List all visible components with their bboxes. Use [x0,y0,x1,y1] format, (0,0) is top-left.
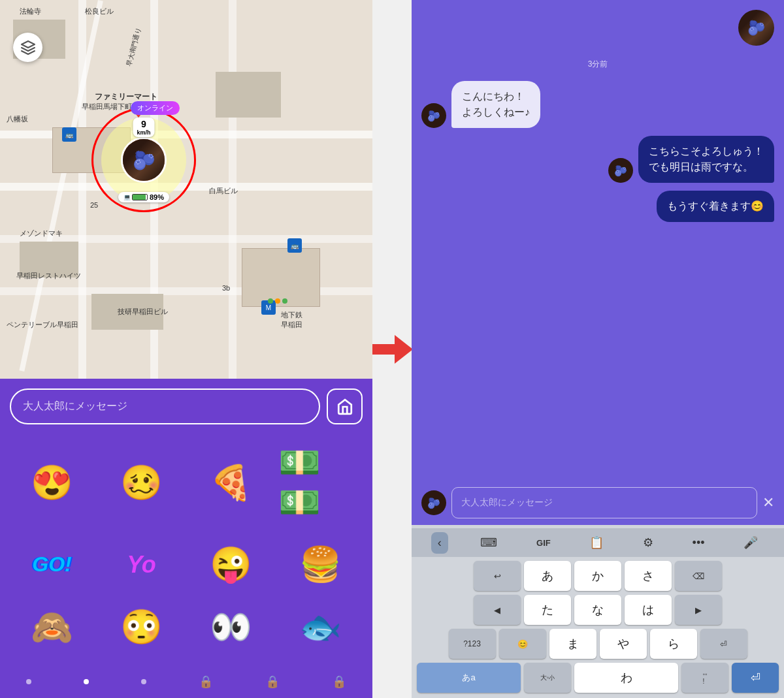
kb-btn-back[interactable]: ‹ [431,532,448,554]
key-numbers[interactable]: ?123 [449,629,496,659]
sticker-eyes[interactable]: 👀 [189,599,273,656]
nav-icon-lock: 🔒 [199,674,213,689]
share-button[interactable] [327,389,363,424]
bus-icon-2: 🚌 [287,238,302,253]
nav-dot-3[interactable] [141,679,146,684]
sticker-tongue[interactable]: 😜 [189,536,273,593]
key-sa[interactable]: さ [625,561,672,591]
key-ya[interactable]: や [600,629,647,659]
sticker-fish[interactable]: 🐟 [278,599,363,656]
sticker-love-eyes[interactable]: 😍 [10,434,94,531]
key-return[interactable]: ⏎ [732,663,779,693]
online-badge: オンライン [131,101,180,115]
bus-icon-1: 🚌 [62,127,76,142]
key-right[interactable]: ▶ [675,595,722,625]
sticker-money[interactable]: 💵💵 [278,434,363,531]
key-ma[interactable]: ま [549,629,596,659]
key-a[interactable]: あ [524,561,571,591]
sticker-dizzy[interactable]: 🥴 [99,434,184,531]
map-label-waseda-rest: 早稲田レストハイツ [16,271,81,281]
key-delete[interactable]: ⌫ [675,561,722,591]
key-wa[interactable]: わ [574,663,678,693]
sticker-yo[interactable]: Yo [99,536,184,593]
left-panel: 法輪寺 松良ビル ファミリーマート 早稲田馬場下町店 白馬ビル 八幡坂 メゾンド… [0,0,372,698]
kb-btn-clipboard[interactable]: 📋 [583,531,610,554]
message-bottom-panel: 大人太郎にメッセージ 😍 🥴 🍕 💵💵 GO! Yo 😜 🍔 [0,379,372,665]
map-label-subway: 地下鉄早稲田 [281,310,302,330]
kb-btn-mic[interactable]: 🎤 [737,531,764,554]
chat-message-row-3: もうすぐ着きます😊 [421,191,774,222]
kb-btn-keyboard[interactable]: ⌨ [474,531,504,554]
sticker-pizza[interactable]: 🍕 [189,434,273,531]
chat-msg-avatar-1: 🫐 [421,103,446,128]
keyboard-row-2: ◀ た な は ▶ [417,595,779,625]
map-user-avatar[interactable] [121,137,167,183]
kb-btn-settings[interactable]: ⚙ [636,531,660,554]
sticker-go[interactable]: GO! [10,536,94,593]
chat-input-area: 🫐 大人太郎にメッセージ ✕ [412,481,784,525]
keyboard-toolbar: ‹ ⌨ GIF 📋 ⚙ ••• 🎤 [412,528,784,557]
sticker-embarrassed[interactable]: 😳 [99,599,184,656]
key-dakuten[interactable]: 大◦小 [524,663,571,693]
key-ta[interactable]: た [524,595,571,625]
key-ka[interactable]: か [574,561,621,591]
chat-bubble-sent-1: こちらこそよろしゅう！でも明日は雨ですな。 [638,136,774,183]
kb-btn-more[interactable]: ••• [686,532,711,554]
message-input[interactable]: 大人太郎にメッセージ [10,389,320,424]
chat-bubble-sent-2: もうすぐ着きます😊 [657,191,774,222]
map-label-yawata: 八幡坂 [7,114,28,124]
layer-button[interactable] [13,33,42,62]
arrow-section [372,0,412,698]
keyboard-row-3: ?123 😊 ま や ら ⏎ [417,629,779,659]
keyboard-rows: ↩ あ か さ ⌫ ◀ た な は ▶ ?123 😊 ま や ら ⏎ [412,557,784,698]
map-dots [268,298,287,304]
keyboard-row-1: ↩ あ か さ ⌫ [417,561,779,591]
sticker-monkey[interactable]: 🙈 [10,599,94,656]
nav-icon-lock2: 🔒 [265,674,280,689]
chat-message-input[interactable]: 大人太郎にメッセージ [451,487,757,518]
key-na[interactable]: な [574,595,621,625]
key-left[interactable]: ◀ [474,595,521,625]
key-hiragana-toggle[interactable]: あa [417,663,521,693]
chat-bubble-received-1: こんにちわ！よろしくねー♪ [451,81,540,128]
key-enter[interactable]: ⏎ [700,629,747,659]
keyboard-row-4: あa 大◦小 わ ◦◦! ⏎ [417,663,779,693]
map-label-maison: メゾンドマキ [20,229,63,238]
nav-dot-1[interactable] [26,679,31,684]
chat-input-user-avatar: 🫐 [421,490,446,515]
map-label-3b: 3b [222,284,230,292]
map-label-hakuba: 白馬ビル [209,186,238,196]
chat-message-row-1: 🫐 こんにちわ！よろしくねー♪ [421,81,774,128]
nav-dot-2[interactable] [84,679,89,684]
chat-header: 🫐 [412,0,784,52]
battery-badge: 💻 89% [118,192,169,202]
chat-messages: 3分前 🫐 こんにちわ！よろしくねー♪ こちらこそよろしゅう！でも明日は雨ですな… [412,52,784,481]
speed-badge: 9 km/h [133,118,154,137]
chat-close-button[interactable]: ✕ [762,494,774,511]
chat-msg-avatar-sent-1: 🫐 [608,158,633,183]
map-label-25: 25 [90,201,98,209]
time-label: 3分前 [421,59,774,70]
kb-btn-gif[interactable]: GIF [530,534,557,552]
map-label-penteri: ペンテリーブル早稲田 [7,320,78,330]
key-ra[interactable]: ら [650,629,697,659]
bottom-nav: 🔒 🔒 🔒 [0,665,372,698]
key-punctuation[interactable]: ◦◦! [681,663,728,693]
key-ha[interactable]: は [625,595,672,625]
keyboard-area: ‹ ⌨ GIF 📋 ⚙ ••• 🎤 ↩ あ か さ ⌫ ◀ た な は [412,525,784,698]
map-label-giken: 技研早稲田ビル [118,307,168,317]
chat-user-avatar[interactable]: 🫐 [738,10,774,46]
key-emoji[interactable]: 😊 [499,629,546,659]
sticker-grid: 😍 🥴 🍕 💵💵 GO! Yo 😜 🍔 🙈 😳 👀 🐟 [10,434,363,656]
sticker-burger[interactable]: 🍔 [278,536,363,593]
map-label-hourinji: 法輪寺 [20,7,41,16]
map-area: 法輪寺 松良ビル ファミリーマート 早稲田馬場下町店 白馬ビル 八幡坂 メゾンド… [0,0,372,379]
right-panel: 🫐 3分前 🫐 こんにちわ！よろしくねー♪ こちらこそよろしゅう！でも明日は雨で… [412,0,784,698]
nav-icon-lock3: 🔒 [332,674,346,689]
map-label-matsuyoshi: 松良ビル [85,7,114,16]
message-input-row: 大人太郎にメッセージ [10,389,363,424]
chat-message-row-2: こちらこそよろしゅう！でも明日は雨ですな。 🫐 [421,136,774,183]
key-undo[interactable]: ↩ [474,561,521,591]
